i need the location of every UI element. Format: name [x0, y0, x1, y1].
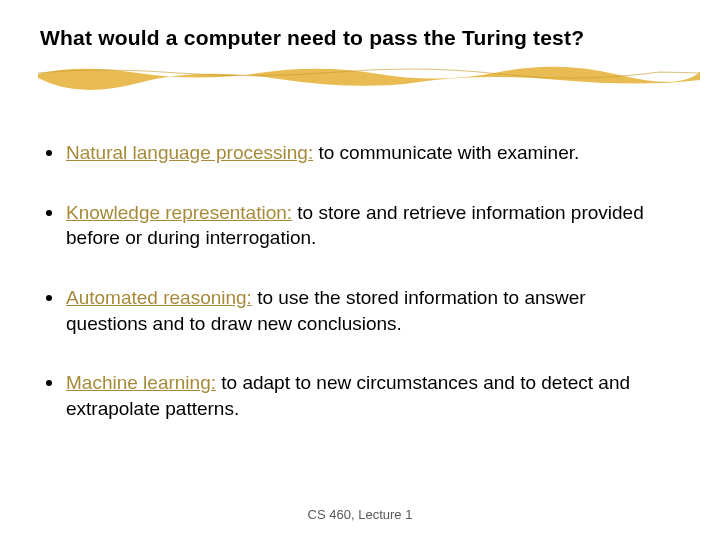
bullet-list: Natural language processing: to communic…: [46, 140, 670, 455]
bullet-icon: [46, 210, 52, 216]
title-underline: [38, 60, 700, 90]
slide: What would a computer need to pass the T…: [0, 0, 720, 540]
bullet-text: Automated reasoning: to use the stored i…: [66, 285, 670, 336]
bullet-icon: [46, 295, 52, 301]
bullet-rest: to communicate with examiner.: [313, 142, 579, 163]
bullet-icon: [46, 150, 52, 156]
bullet-text: Machine learning: to adapt to new circum…: [66, 370, 670, 421]
bullet-term: Automated reasoning:: [66, 287, 252, 308]
slide-footer: CS 460, Lecture 1: [0, 507, 720, 522]
slide-title: What would a computer need to pass the T…: [40, 26, 680, 50]
list-item: Natural language processing: to communic…: [46, 140, 670, 166]
bullet-term: Natural language processing:: [66, 142, 313, 163]
bullet-term: Machine learning:: [66, 372, 216, 393]
bullet-text: Natural language processing: to communic…: [66, 140, 670, 166]
bullet-term: Knowledge representation:: [66, 202, 292, 223]
bullet-text: Knowledge representation: to store and r…: [66, 200, 670, 251]
list-item: Automated reasoning: to use the stored i…: [46, 285, 670, 336]
list-item: Machine learning: to adapt to new circum…: [46, 370, 670, 421]
bullet-icon: [46, 380, 52, 386]
list-item: Knowledge representation: to store and r…: [46, 200, 670, 251]
